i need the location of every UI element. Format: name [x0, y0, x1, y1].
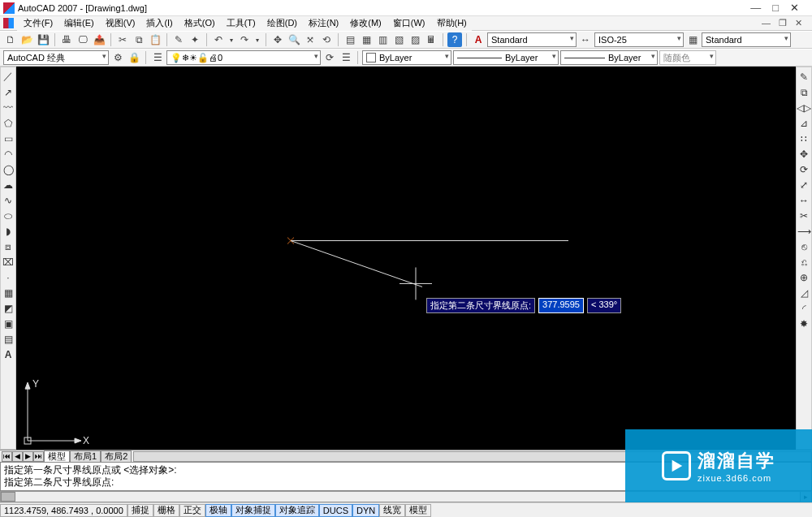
status-DUCS[interactable]: DUCS: [319, 504, 352, 517]
plotstyle-dropdown[interactable]: 随颜色: [659, 50, 716, 65]
markup-button[interactable]: ▨: [408, 32, 422, 47]
tab-model[interactable]: 模型: [44, 450, 70, 462]
spline-tool[interactable]: ∿: [2, 193, 15, 207]
redo-dropdown[interactable]: ▾: [253, 32, 261, 47]
join-tool[interactable]: ⊕: [797, 270, 810, 284]
move-tool[interactable]: ✥: [797, 147, 810, 161]
doc-restore-button[interactable]: ❐: [779, 18, 787, 28]
command-scroll-thumb[interactable]: [1, 492, 15, 502]
zoom-realtime-button[interactable]: 🔍: [287, 32, 301, 47]
layer-dropdown[interactable]: 💡❄☀🔓🖨 0: [166, 50, 321, 65]
workspace-settings-button[interactable]: ⚙: [110, 50, 125, 65]
menu-7[interactable]: 标注(N): [304, 16, 343, 30]
menu-1[interactable]: 编辑(E): [59, 16, 99, 30]
tab-layout1[interactable]: 布局1: [70, 450, 101, 462]
insert-block-tool[interactable]: ⧈: [2, 239, 15, 253]
trim-tool[interactable]: ✂: [797, 209, 810, 222]
tab-first-button[interactable]: ⏮: [2, 451, 12, 462]
minimize-button[interactable]: —: [750, 2, 761, 14]
dynamic-input-angle[interactable]: < 339°: [587, 298, 621, 313]
tab-next-button[interactable]: ▶: [23, 451, 33, 462]
drawing-canvas[interactable]: Y X 指定第二条尺寸界线原点: 377.9595 < 339°: [16, 67, 796, 450]
status-捕捉[interactable]: 捕捉: [127, 504, 153, 517]
array-tool[interactable]: ∷: [797, 131, 810, 145]
menu-10[interactable]: 帮助(H): [432, 16, 472, 30]
tab-prev-button[interactable]: ◀: [12, 451, 23, 462]
line-tool[interactable]: ／: [2, 70, 15, 84]
workspace-lock-button[interactable]: 🔒: [127, 50, 141, 65]
region-tool[interactable]: ▣: [2, 317, 15, 330]
paste-button[interactable]: 📋: [148, 32, 162, 47]
help-button[interactable]: ?: [447, 32, 462, 47]
table-style-dropdown[interactable]: Standard: [702, 32, 791, 47]
status-线宽[interactable]: 线宽: [379, 504, 405, 517]
maximize-button[interactable]: □: [772, 2, 779, 14]
zoom-window-button[interactable]: ⤧: [303, 32, 317, 47]
status-对象捕捉[interactable]: 对象捕捉: [231, 504, 275, 517]
lineweight-dropdown[interactable]: ByLayer: [560, 50, 658, 65]
circle-tool[interactable]: ◯: [2, 162, 15, 176]
status-对象追踪[interactable]: 对象追踪: [275, 504, 319, 517]
ellipse-arc-tool[interactable]: ◗: [2, 224, 15, 238]
open-button[interactable]: 📂: [19, 32, 34, 47]
dim-style-dropdown[interactable]: ISO-25: [594, 32, 684, 47]
arc-tool[interactable]: ◠: [2, 147, 15, 161]
status-正交[interactable]: 正交: [179, 504, 205, 517]
menu-6[interactable]: 绘图(D): [262, 16, 302, 30]
point-tool[interactable]: ·: [2, 270, 15, 284]
table-tool[interactable]: ▤: [2, 332, 15, 346]
design-center-button[interactable]: ▦: [359, 32, 374, 47]
zoom-previous-button[interactable]: ⟲: [319, 32, 334, 47]
make-block-tool[interactable]: ⌧: [2, 255, 15, 269]
text-style-dropdown[interactable]: Standard: [487, 32, 577, 47]
scale-tool[interactable]: ⤢: [797, 178, 810, 192]
color-dropdown[interactable]: ByLayer: [362, 50, 451, 65]
offset-tool[interactable]: ⊿: [797, 116, 810, 130]
new-button[interactable]: 🗋: [3, 32, 18, 47]
match-properties-button[interactable]: ✎: [171, 32, 186, 47]
menu-5[interactable]: 工具(T): [222, 16, 261, 30]
rotate-tool[interactable]: ⟳: [797, 162, 810, 176]
menu-0[interactable]: 文件(F): [19, 16, 58, 30]
break-tool[interactable]: ⎌: [797, 255, 810, 269]
doc-minimize-button[interactable]: —: [762, 18, 771, 28]
explode-tool[interactable]: ✸: [797, 317, 810, 330]
fillet-tool[interactable]: ◜: [797, 301, 810, 315]
xline-tool[interactable]: ↗: [2, 85, 15, 99]
print-preview-button[interactable]: 🖵: [76, 32, 90, 47]
status-极轴[interactable]: 极轴: [205, 504, 231, 517]
layer-manager-button[interactable]: ☰: [150, 50, 165, 65]
cut-button[interactable]: ✂: [115, 32, 130, 47]
undo-button[interactable]: ↶: [211, 32, 226, 47]
tab-last-button[interactable]: ⏭: [33, 451, 44, 462]
menu-3[interactable]: 插入(I): [141, 16, 177, 30]
status-模型[interactable]: 模型: [405, 504, 431, 517]
polyline-tool[interactable]: 〰: [2, 101, 15, 114]
print-button[interactable]: 🖶: [59, 32, 74, 47]
rectangle-tool[interactable]: ▭: [2, 131, 15, 145]
tab-layout2[interactable]: 布局2: [101, 450, 132, 462]
layer-states-button[interactable]: ☰: [339, 50, 353, 65]
status-栅格[interactable]: 栅格: [153, 504, 179, 517]
ellipse-tool[interactable]: ⬭: [2, 209, 15, 222]
break-at-point-tool[interactable]: ⎋: [797, 239, 810, 253]
quickcalc-button[interactable]: 🖩: [424, 32, 438, 47]
linetype-dropdown[interactable]: ByLayer: [453, 50, 559, 65]
copy-tool[interactable]: ⧉: [797, 85, 810, 99]
menu-9[interactable]: 窗口(W): [388, 16, 430, 30]
undo-dropdown[interactable]: ▾: [227, 32, 235, 47]
dynamic-input-distance[interactable]: 377.9595: [538, 298, 584, 313]
extend-tool[interactable]: ⟶: [797, 224, 810, 238]
dim-style-icon[interactable]: ↔: [578, 32, 593, 47]
tool-palettes-button[interactable]: ▥: [375, 32, 390, 47]
pan-button[interactable]: ✥: [270, 32, 285, 47]
status-DYN[interactable]: DYN: [352, 504, 379, 517]
coords-display[interactable]: 1123.4759, 486.7493 , 0.0000: [0, 504, 127, 517]
menu-4[interactable]: 格式(O): [179, 16, 220, 30]
chamfer-tool[interactable]: ◿: [797, 286, 810, 299]
save-button[interactable]: 💾: [36, 32, 50, 47]
hatch-tool[interactable]: ▦: [2, 286, 15, 299]
revcloud-tool[interactable]: ☁: [2, 178, 15, 192]
properties-button[interactable]: ▤: [343, 32, 357, 47]
close-button[interactable]: ✕: [790, 2, 799, 14]
